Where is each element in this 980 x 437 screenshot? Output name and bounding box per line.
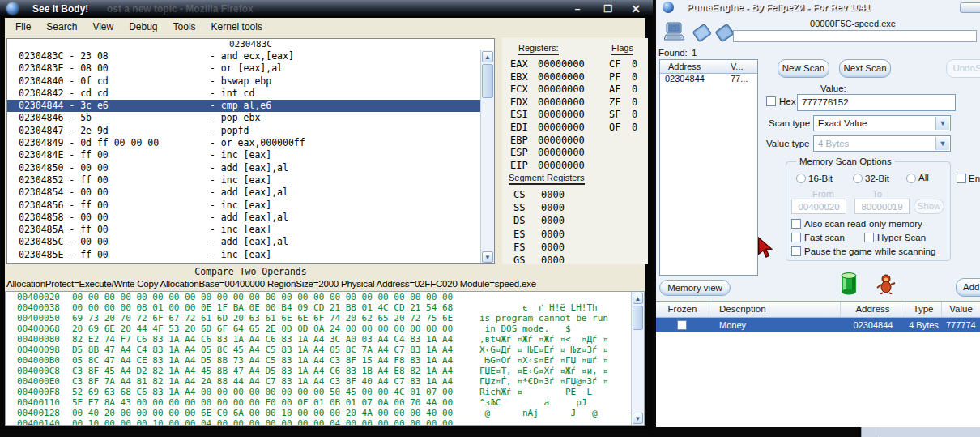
hexdump-row[interactable]: 004000F8 52 69 63 68 C6 83 1A A4 00 00 0… [6,387,644,397]
radio-32bit[interactable] [853,174,863,183]
next-scan-button[interactable]: Next Scan [839,59,891,78]
scroll-down-icon[interactable]: ▼ [633,413,643,424]
debugger-titlebar[interactable]: See It Body! ost a new topic - Mozilla F… [0,0,653,18]
hexdump-row[interactable]: 00400128 00 40 20 00 00 00 00 00 6E C0 6… [6,408,644,418]
hexdump-panel[interactable]: 00400020 00 00 00 00 00 00 00 00 00 00 0… [5,291,645,426]
hexdump-row[interactable]: 004000C8 C3 8F 45 A4 D2 82 1A A4 45 8B 4… [6,366,644,376]
hexdump-scrollbar[interactable]: ▲ ▼ [631,292,644,425]
frozen-checkbox[interactable] [677,320,687,330]
result-row[interactable]: 02304844 77... [660,74,757,86]
fast-scan-checkbox[interactable] [791,233,801,242]
table-column-header[interactable]: Value [942,302,980,317]
hexdump-row[interactable]: 00400068 20 69 6E 20 44 4F 53 20 6D 6F 6… [6,323,644,334]
maximize-button[interactable]: ❒ [598,2,619,16]
radio-16bit[interactable] [796,174,806,183]
scan-results-list[interactable]: AddressV... 02304844 77... [659,59,758,276]
pause-game-label[interactable]: Pause the game while scanning [804,246,935,256]
disassembly-row[interactable]: 02304842 - cd cd - int cd [7,88,480,100]
fast-scan-label[interactable]: Fast scan [804,233,845,242]
table-column-header[interactable]: Frozen [656,302,709,317]
table-column-header[interactable]: Description [709,302,841,317]
disassembly-row[interactable]: 0230485C - 00 00 - add [eax],al [7,236,480,248]
disassembly-row[interactable]: 02304856 - ff 00 - inc [eax] [7,199,480,212]
readonly-memory-checkbox[interactable] [791,219,801,229]
disassembly-row[interactable]: 0230483E - 08 00 - or [eax],al [7,62,480,75]
segment-value: 0000 [541,189,565,200]
scanner-titlebar[interactable]: PumaEngine - By FelipeZй - For Rev 1041 [656,0,980,16]
disassembly-row[interactable]: 02304844 - 3c e6 - cmp al,e6 [7,100,480,112]
menu-item[interactable]: Tools [168,19,206,34]
memory-can-icon[interactable] [839,272,859,299]
select-process-icon[interactable] [664,21,685,46]
disassembly-row[interactable]: 02304847 - 2e 9d - popfd [7,125,480,137]
radio-all[interactable] [906,174,916,183]
table-row[interactable]: Money 02304844 4 Bytes 777774 [656,318,980,332]
description-cell: Money [709,320,841,330]
disassembly-row[interactable]: 02304849 - 0d ff 00 00 00 - or eax,00000… [7,137,480,149]
radio-16bit-label[interactable]: 16-Bit [808,174,833,183]
disassembly-panel[interactable]: 0230483C 0230483C - 23 08 - and ecx,[eax… [6,38,495,264]
scroll-thumb[interactable] [633,306,643,330]
disassembly-row[interactable]: 0230485E - ff 00 - inc [eax] [7,249,480,261]
menu-item[interactable]: Search [40,19,87,34]
scroll-up-icon[interactable]: ▲ [482,51,493,62]
close-button[interactable]: ✕ [625,2,646,16]
enable-checkbox[interactable] [957,174,966,183]
table-column-header[interactable]: Type [905,302,942,317]
chevron-down-icon[interactable]: ▼ [935,117,949,130]
disassembly-row[interactable]: 02304852 - ff 00 - inc [eax] [7,174,480,186]
menu-item[interactable]: Kernel tools [206,19,272,34]
disassembly-row[interactable]: 02304846 - 5b - pop ebx [7,112,480,124]
monkey-icon[interactable] [876,273,896,298]
disassembly-row[interactable]: 0230485A - ff 00 - inc [eax] [7,224,480,236]
disassembly-row[interactable]: 0230484E - ff 00 - inc [eax] [7,149,480,161]
menu-item[interactable]: View [87,19,123,34]
hexdump-rows: 00400020 00 00 00 00 00 00 00 00 00 00 0… [6,292,644,426]
results-column-header[interactable]: Address [660,60,726,73]
readonly-memory-label[interactable]: Also scan read-only memory [804,219,922,229]
hex-checkbox-label[interactable]: Hex [779,96,795,106]
hyper-scan-label[interactable]: Hyper Scan [877,233,926,242]
scroll-up-icon[interactable]: ▲ [633,293,643,304]
menu-item[interactable]: File [10,19,40,34]
chevron-down-icon[interactable]: ▼ [935,137,949,150]
hexdump-row[interactable]: 00400038 00 00 00 00 08 01 00 00 0E 1F B… [6,302,644,313]
hexdump-row[interactable]: 00400140 00 10 00 00 00 10 00 00 04 00 0… [6,418,644,426]
hexdump-row[interactable]: 00400080 82 E2 74 F7 C6 83 1A A4 C6 83 1… [6,334,644,345]
hexdump-row[interactable]: 00400050 69 73 20 70 72 6F 67 72 61 6D 2… [6,313,644,323]
open-table-icon[interactable] [692,24,713,46]
radio-32bit-label[interactable]: 32-Bit [865,174,889,183]
disassembly-row[interactable]: 02304840 - 0f cd - bswap ebp [7,75,480,88]
hexdump-row[interactable]: 00400020 00 00 00 00 00 00 00 00 00 00 0… [6,292,644,302]
pause-game-checkbox[interactable] [791,246,801,256]
enable-checkbox-label[interactable]: Enabl [969,174,980,183]
value-type-dropdown[interactable]: 4 Bytes ▼ [813,135,951,152]
disassembly-row[interactable]: 02304858 - 00 00 - add [eax],al [7,212,480,224]
disassembly-row[interactable]: 02304854 - 00 00 - add [eax],al [7,186,480,199]
menu-item[interactable]: Debug [123,19,167,34]
frozen-cell [656,318,709,332]
results-column-header[interactable]: V... [726,60,757,73]
hexdump-row[interactable]: 00400098 D5 8B 47 A4 C4 83 1A A4 05 8C 4… [6,345,644,355]
hexdump-row[interactable]: 004000E0 C3 8F 7A A4 81 82 1A A4 2A 88 4… [6,376,644,387]
disasm-instruction: - add [eax],al [210,162,288,174]
new-scan-button[interactable]: New Scan [778,59,829,78]
add-address-button[interactable]: Add [956,278,980,297]
disassembly-row[interactable]: 02304850 - 00 00 - add [eax],al [7,162,480,174]
minimize-button[interactable]: – [567,2,588,16]
scanner-minimize-button[interactable] [960,2,980,13]
table-column-header[interactable]: Address [841,302,905,317]
hexdump-row[interactable]: 00400110 5E E7 8A 43 00 00 00 00 00 00 0… [6,397,644,408]
scan-type-dropdown[interactable]: Exact Value ▼ [813,115,951,131]
disassembly-scrollbar[interactable]: ▲ ▼ [480,50,494,263]
scroll-thumb[interactable] [482,64,493,98]
radio-all-label[interactable]: All [918,173,929,182]
memory-view-button[interactable]: Memory view [659,280,731,296]
value-input[interactable]: 777776152 [797,94,956,111]
address-table[interactable]: FrozenDescriptionAddressTypeValue Money … [656,301,980,427]
scroll-down-icon[interactable]: ▼ [482,251,493,263]
hexdump-row[interactable]: 004000B0 05 8C 47 A4 CE 83 1A A4 D5 8B 7… [6,355,644,366]
hyper-scan-checkbox[interactable] [864,233,874,242]
disassembly-row[interactable]: 0230483C - 23 08 - and ecx,[eax] [7,50,480,62]
hex-checkbox[interactable] [766,96,776,106]
